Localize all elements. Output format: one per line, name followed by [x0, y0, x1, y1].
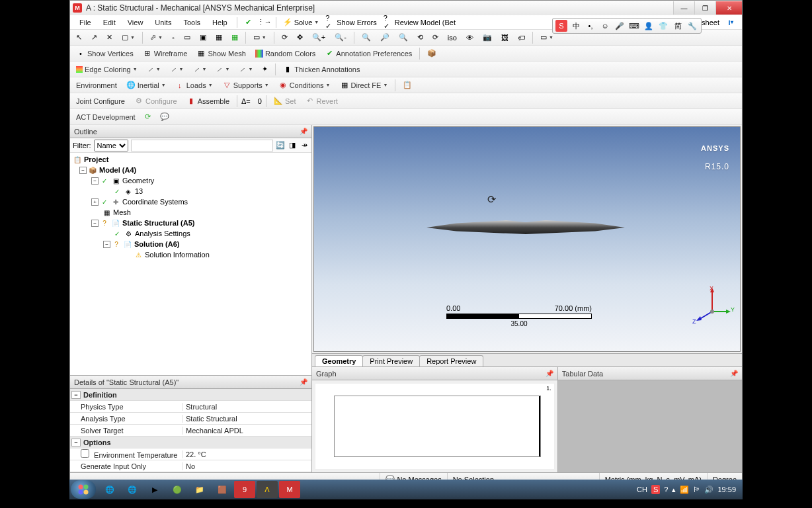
review-model-button[interactable]: ?✓Review Model (Bet [381, 17, 458, 28]
ime-punct[interactable]: •, [585, 20, 596, 32]
tree-analysis[interactable]: ✓⚙Analysis Settings [70, 228, 311, 239]
info-button[interactable]: i▾ [723, 17, 738, 28]
tabular-pin-icon[interactable]: 📌 [730, 370, 738, 377]
details-envtemp[interactable]: Environment Temperature22. °C [70, 448, 311, 460]
tabular-body[interactable] [558, 380, 742, 472]
wireframe-button[interactable]: ⊞Wireframe [140, 48, 191, 60]
thicken-button[interactable]: ▮Thicken Annotations [280, 64, 363, 75]
edge-6-icon[interactable]: ✦ [259, 64, 271, 75]
ime-emoji-icon[interactable]: ☺ [599, 20, 611, 32]
zoom-fit-icon[interactable]: 🔍 [358, 32, 374, 43]
tray-net-icon[interactable]: 📶 [680, 486, 689, 494]
body-sel-green-icon[interactable]: ▦ [228, 32, 241, 43]
tree-solution[interactable]: −?📄Solution (A6) [70, 239, 311, 249]
menu-view[interactable]: View [122, 17, 149, 28]
ime-wrench-icon[interactable]: 🔧 [686, 20, 698, 32]
tree-geometry[interactable]: −✓▣Geometry [70, 175, 311, 186]
select-prev-icon[interactable]: ↗ [88, 32, 101, 43]
menu-tools[interactable]: Tools [178, 17, 206, 28]
zoom-in-icon[interactable]: 🔍+ [309, 32, 329, 43]
start-button[interactable] [71, 480, 96, 499]
tray-vol-icon[interactable]: 🔊 [704, 486, 713, 494]
axis-icon[interactable]: ✕ [103, 32, 116, 43]
box-icon[interactable]: ▢▼ [118, 32, 138, 43]
ime-simplified[interactable]: 简 [672, 20, 684, 32]
loads-button[interactable]: ↓Loads▼ [172, 79, 216, 91]
next-view-icon[interactable]: ⟳ [429, 32, 442, 43]
details-pin-icon[interactable]: 📌 [300, 378, 307, 386]
commands-icon[interactable]: 📋 [399, 79, 415, 91]
minimize-button[interactable]: — [673, 1, 694, 15]
edge-5-icon[interactable]: ⟋▼ [235, 64, 256, 75]
tab-geometry[interactable]: Geometry [315, 355, 363, 366]
image-icon[interactable]: 🖼 [498, 32, 512, 43]
taskbar-explorer-icon[interactable]: 📁 [189, 481, 210, 498]
ime-mic-icon[interactable]: 🎤 [614, 20, 626, 32]
body-select-icon[interactable]: ▦ [212, 32, 225, 43]
pin-icon[interactable]: 📌 [300, 128, 307, 135]
envtemp-checkbox[interactable] [81, 449, 89, 458]
check-button[interactable]: ✔ [241, 17, 256, 28]
viewport-3d[interactable]: ANSYS R15.0 ⟳ 0.0070.00 (mm) 35.00 [313, 126, 741, 352]
tab-print-preview[interactable]: Print Preview [362, 355, 420, 366]
look-at-icon[interactable]: 👁 [463, 32, 477, 43]
close-button[interactable]: ✕ [715, 1, 742, 15]
rotate-icon[interactable]: ⟳ [278, 32, 291, 43]
tree-geom-item[interactable]: ✓◈13 [70, 186, 311, 196]
menu-help[interactable]: Help [207, 17, 233, 28]
tree-coord[interactable]: +✓✛Coordinate Systems [70, 196, 311, 207]
tray-flag-icon[interactable]: 🏳 [693, 486, 700, 493]
direct-fe-button[interactable]: ▦Direct FE▼ [337, 79, 391, 91]
show-errors-button[interactable]: ?✓Show Errors [323, 17, 380, 28]
details-analysis[interactable]: Analysis TypeStatic Structural [70, 413, 311, 425]
conditions-button[interactable]: ◉Conditions▼ [275, 79, 334, 91]
show-mesh-button[interactable]: ▦Show Mesh [193, 48, 249, 60]
zoom-out-icon[interactable]: 🔍- [331, 32, 350, 43]
menu-units[interactable]: Units [149, 17, 177, 28]
details-definition-header[interactable]: −Definition [70, 389, 311, 401]
taskbar-ansys-icon[interactable]: Λ [257, 481, 278, 498]
edge-3-icon[interactable]: ⟋▼ [190, 64, 210, 75]
filter-select[interactable]: Name [94, 140, 128, 151]
tray-lang[interactable]: CH [637, 486, 647, 493]
tree-solinfo[interactable]: ⚠Solution Information [70, 249, 311, 260]
tray-clock[interactable]: 19:59 [717, 486, 736, 493]
annotation-prefs-button[interactable]: ✔Annotation Preferences [321, 48, 415, 60]
model-part[interactable] [426, 220, 625, 237]
filter-expand-icon[interactable]: ◨ [288, 141, 297, 150]
tag-icon[interactable]: 🏷 [514, 32, 528, 43]
tray-up-icon[interactable]: ▴ [672, 486, 676, 494]
taskbar-media-icon[interactable]: ▶ [144, 481, 165, 498]
prev-view-icon[interactable]: ⟲ [414, 32, 426, 43]
triad-icon[interactable]: X Y Z [692, 285, 732, 325]
graph-area[interactable] [334, 396, 541, 457]
ime-keyboard-icon[interactable]: ⌨ [628, 20, 640, 32]
camera-icon[interactable]: 📷 [479, 32, 495, 43]
show-vertices-button[interactable]: •Show Vertices [73, 48, 137, 60]
extend-icon[interactable]: ▭▼ [250, 32, 270, 43]
graph-pin-icon[interactable]: 📌 [546, 370, 553, 377]
details-solver[interactable]: Solver TargetMechanical APDL [70, 425, 311, 437]
menu-edit[interactable]: Edit [98, 17, 121, 28]
edge-select-icon[interactable]: ▭ [181, 32, 194, 43]
taskbar-mech-icon[interactable]: M [279, 481, 300, 498]
pan-icon[interactable]: ✥ [294, 32, 306, 43]
filter-input[interactable] [131, 140, 274, 151]
taskbar-ie2-icon[interactable]: 🌐 [122, 481, 143, 498]
vertex-select-icon[interactable]: ◦ [169, 32, 178, 43]
filter-refresh-icon[interactable]: 🔄 [276, 141, 285, 150]
ime-lang[interactable]: 中 [570, 20, 582, 32]
tree-mesh[interactable]: ▦Mesh [70, 207, 311, 218]
tree-project[interactable]: 📋Project [70, 154, 311, 165]
taskbar-chrome-icon[interactable]: 🟢 [167, 481, 188, 498]
tree-static[interactable]: −?📄Static Structural (A5) [70, 218, 311, 228]
tab-report-preview[interactable]: Report Preview [419, 355, 483, 366]
maximize-button[interactable]: ❐ [694, 1, 715, 15]
ime-toolbar[interactable]: S 中 •, ☺ 🎤 ⌨ 👤 👕 简 🔧 [552, 18, 702, 34]
comment-icon[interactable]: 💬 [157, 111, 173, 122]
ime-user-icon[interactable]: 👤 [643, 20, 655, 32]
ime-shirt-icon[interactable]: 👕 [657, 20, 669, 32]
edge-coloring-button[interactable]: Edge Coloring▼ [73, 64, 141, 75]
solve-button[interactable]: ⚡Solve▼ [280, 17, 321, 28]
details-geninput[interactable]: Generate Input OnlyNo [70, 460, 311, 472]
